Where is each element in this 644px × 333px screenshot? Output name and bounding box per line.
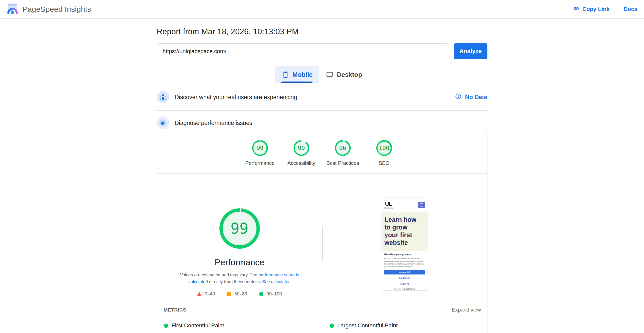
legend-range-pass: 90–100	[267, 291, 282, 297]
performance-summary: 99 Performance Values are estimated and …	[157, 174, 487, 303]
seo-score-value: 100	[379, 145, 390, 151]
score-item-seo[interactable]: 100 SEO	[364, 140, 405, 173]
category-scores-row: 99 Performance 90 Accessibility 96 Best …	[157, 132, 487, 174]
docs-link[interactable]: Docs	[624, 6, 637, 13]
url-input[interactable]	[157, 43, 447, 59]
orange-square-icon	[227, 292, 231, 296]
legend-item-fail: 0–49	[197, 291, 215, 297]
score-disclaimer: Values are estimated and may vary. The p…	[171, 271, 309, 285]
pagespeed-logo-icon	[7, 3, 18, 16]
main-performance-gauge: 99	[219, 208, 260, 249]
field-data-title: Discover what your real users are experi…	[175, 94, 297, 101]
best-practices-score-label: Best Practices	[326, 160, 359, 166]
expand-view-button[interactable]: Expand view	[452, 307, 481, 313]
accessibility-score-gauge: 90	[294, 140, 309, 156]
cookie-powered-by: Powered by CookieYes	[384, 288, 425, 290]
cookie-title: We value your privacy	[384, 253, 425, 256]
metric-name: Largest Contentful Paint	[337, 322, 398, 329]
url-form: Analyze	[157, 43, 487, 59]
score-item-best-practices[interactable]: 96 Best Practices	[322, 140, 364, 173]
legend-item-pass: 90–100	[259, 291, 282, 297]
section-divider	[157, 110, 487, 111]
smartphone-icon	[282, 71, 289, 78]
no-data-label: No Data	[465, 94, 487, 101]
seo-score-label: SEO	[379, 160, 389, 166]
lighthouse-report-card: 99 Performance 90 Accessibility 96 Best …	[157, 132, 487, 333]
no-data-status[interactable]: No Data	[455, 93, 487, 101]
app-header: PageSpeed Insights Copy Link Docs	[0, 0, 644, 19]
header-actions: Copy Link Docs	[567, 3, 637, 15]
thumbnail-hero: Learn how to grow your first website	[381, 212, 428, 251]
diagnose-gauge-icon	[157, 117, 169, 129]
performance-score-value: 99	[256, 145, 264, 151]
cookie-accept-button: Accept All	[384, 270, 425, 274]
field-data-section: Discover what your real users are experi…	[157, 91, 487, 103]
site-logo-name: UniqLabs	[384, 207, 393, 209]
copy-link-label: Copy Link	[582, 6, 610, 13]
legend-range-fail: 0–49	[205, 291, 215, 297]
best-practices-score-gauge: 96	[335, 140, 351, 156]
metric-value: 1.2 s	[172, 332, 315, 333]
hero-headline: Learn how to grow your first website	[384, 216, 418, 246]
main-content: Report from Mar 18, 2026, 10:13:03 PM An…	[157, 27, 487, 333]
powered-by-text: Powered by	[394, 288, 404, 290]
tab-mobile[interactable]: Mobile	[275, 66, 319, 83]
see-calculator-link[interactable]: See calculator.	[262, 279, 291, 284]
red-triangle-icon	[197, 292, 201, 296]
metrics-header-row: METRICS Expand view	[157, 303, 487, 313]
tab-mobile-label: Mobile	[292, 71, 313, 78]
score-item-accessibility[interactable]: 90 Accessibility	[281, 140, 322, 173]
link-icon	[573, 5, 579, 13]
summary-left-column: 99 Performance Values are estimated and …	[157, 174, 322, 303]
accessibility-score-label: Accessibility	[287, 160, 315, 166]
metric-name: First Contentful Paint	[172, 322, 224, 329]
real-users-icon	[157, 91, 169, 103]
report-title: Report from Mar 18, 2026, 10:13:03 PM	[157, 27, 487, 36]
site-logo: UL UniqLabs	[384, 201, 393, 209]
metrics-grid: First Contentful Paint 1.2 s Largest Con…	[164, 317, 481, 333]
cookie-text: We use cookies to enhance your browsing …	[384, 257, 425, 268]
green-dot-icon	[164, 324, 168, 328]
alert-circle-icon	[455, 93, 462, 101]
accessibility-score-value: 90	[298, 145, 305, 151]
legend-item-average: 50–89	[227, 291, 247, 297]
score-range-legend: 0–49 50–89 90–100	[197, 291, 282, 297]
hamburger-menu-icon	[418, 202, 425, 208]
metrics-section-label: METRICS	[164, 307, 186, 313]
disclaimer-text-2: directly from these metrics.	[208, 279, 262, 284]
diagnose-title: Diagnose performance issues	[175, 120, 252, 127]
disclaimer-text: Values are estimated and may vary. The	[180, 272, 259, 277]
main-performance-score-value: 99	[231, 220, 249, 237]
cookie-banner: We value your privacy We use cookies to …	[381, 251, 428, 291]
device-tabs: Mobile Desktop	[157, 66, 487, 83]
green-circle-icon	[259, 292, 263, 296]
laptop-icon	[326, 71, 333, 78]
tab-desktop-label: Desktop	[337, 71, 362, 78]
legend-range-average: 50–89	[234, 291, 247, 297]
metric-first-contentful-paint: First Contentful Paint 1.2 s	[164, 317, 315, 333]
page-screenshot-thumbnail: UL UniqLabs Learn how to grow your first…	[381, 198, 428, 291]
tab-desktop[interactable]: Desktop	[319, 66, 369, 83]
cookie-brand: CookieYes	[404, 288, 415, 290]
main-performance-title: Performance	[215, 257, 264, 267]
cookie-customise-button: Customise	[384, 276, 425, 280]
score-item-performance[interactable]: 99 Performance	[239, 140, 281, 173]
app-title: PageSpeed Insights	[22, 5, 91, 14]
green-dot-icon	[330, 324, 334, 328]
thumbnail-site-header: UL UniqLabs	[381, 198, 428, 212]
cookie-reject-button: Reject All	[384, 282, 425, 286]
site-logo-mark: UL	[384, 201, 393, 207]
copy-link-button[interactable]: Copy Link	[567, 3, 615, 15]
metric-value: 2.0 s	[337, 332, 481, 333]
seo-score-gauge: 100	[376, 140, 392, 156]
summary-right-column: UL UniqLabs Learn how to grow your first…	[322, 174, 487, 303]
performance-score-gauge: 99	[252, 140, 268, 156]
best-practices-score-value: 96	[339, 145, 346, 151]
analyze-button[interactable]: Analyze	[454, 43, 487, 59]
diagnose-section-header: Diagnose performance issues	[157, 117, 487, 129]
performance-score-label: Performance	[245, 160, 275, 166]
metric-largest-contentful-paint: Largest Contentful Paint 2.0 s	[330, 317, 481, 333]
